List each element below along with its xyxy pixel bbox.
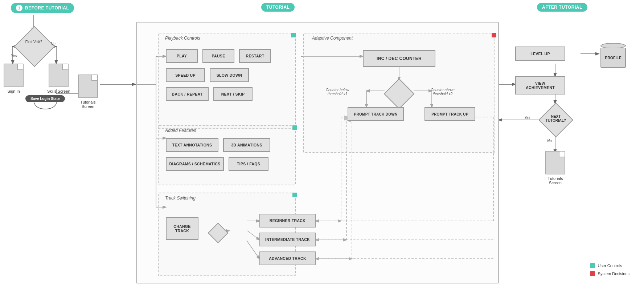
pause-btn[interactable]: PAUSE — [202, 49, 234, 63]
yes-label-after: Yes — [524, 116, 530, 120]
level-up-btn[interactable]: LEVEL UP — [515, 47, 565, 61]
adaptive-red-dot — [492, 33, 496, 37]
next-tutorial-diamond: NEXT TUTORIAL? — [540, 104, 572, 136]
legend-red-color — [590, 271, 595, 276]
prompt-track-down-btn[interactable]: PROMPT TRACK DOWN — [348, 107, 404, 121]
tutorials-screen-doc-before: Tutorials Screen — [78, 74, 98, 109]
speed-up-btn[interactable]: SPEED UP — [166, 68, 205, 82]
tutorial-label: TUTORIAL — [261, 3, 295, 12]
adaptive-diamond — [385, 79, 414, 108]
track-switching-title: Track Switching — [165, 196, 196, 201]
diagram-container: 1 BEFORE TUTORIAL First Visit? Yes No Si… — [0, 0, 644, 298]
counter-below-label: Counter below threshold x1 — [316, 88, 359, 96]
added-features-teal-dot — [292, 125, 297, 130]
profile-cylinder: PROFILE — [600, 43, 626, 70]
before-tutorial-label: 1 BEFORE TUTORIAL — [11, 3, 74, 13]
no-label-before: No — [51, 42, 56, 46]
added-features-title: Added Features — [165, 128, 196, 133]
inc-dec-counter-btn[interactable]: INC / DEC COUNTER — [363, 50, 435, 67]
legend-teal-color — [590, 263, 595, 268]
first-visit-label: First Visit? — [23, 40, 45, 44]
cylinder-body: PROFILE — [600, 48, 626, 68]
yes-label-before: Yes — [11, 54, 17, 58]
text-annotations-btn[interactable]: TEXT ANNOTATIONS — [166, 138, 218, 152]
added-features-section — [158, 125, 296, 185]
slow-down-btn[interactable]: SLOW DOWN — [210, 68, 249, 82]
sign-in-doc: Sign In — [4, 64, 24, 93]
adaptive-title: Adaptive Component — [312, 36, 353, 41]
back-repeat-btn[interactable]: BACK / REPEAT — [166, 87, 209, 101]
tutorials-screen-doc-after: Tutorials Screen — [545, 151, 565, 185]
tips-btn[interactable]: TIPS / FAQS — [229, 157, 268, 171]
skills-screen-doc: Skills Screen — [47, 64, 70, 93]
track-diamond — [209, 224, 227, 242]
track-teal-dot — [292, 193, 297, 197]
next-tutorial-label: NEXT TUTORIAL? — [545, 114, 567, 122]
view-achievement-btn[interactable]: VIEW ACHIEVEMENT — [515, 76, 565, 94]
animations-btn[interactable]: 3D ANIMATIONS — [223, 138, 270, 152]
legend-system-decisions: System Decisions — [590, 271, 629, 276]
phase-number: 1 — [16, 5, 22, 11]
after-tutorial-label: AFTER TUTORIAL — [537, 3, 587, 12]
save-login-state-btn[interactable]: Save Login State — [25, 95, 65, 102]
legend-user-controls: User Controls — [590, 263, 629, 268]
counter-above-label: Counter above threshold x2 — [419, 88, 466, 96]
first-visit-diamond: First Visit? — [20, 32, 48, 60]
play-btn[interactable]: PLAY — [166, 49, 198, 63]
legend: User Controls System Decisions — [590, 263, 629, 276]
beginner-track-btn[interactable]: BEGINNER TRACK — [259, 214, 316, 227]
diagrams-btn[interactable]: DIAGRAMS / SCHEMATICS — [166, 157, 224, 171]
playback-teal-dot — [291, 33, 296, 37]
next-skip-btn[interactable]: NEXT / SKIP — [213, 87, 253, 101]
restart-btn[interactable]: RESTART — [239, 49, 271, 63]
intermediate-track-btn[interactable]: INTERMEDIATE TRACK — [259, 233, 316, 246]
change-track-btn[interactable]: CHANGE TRACK — [166, 217, 198, 240]
advanced-track-btn[interactable]: ADVANCED TRACK — [259, 251, 316, 265]
prompt-track-up-btn[interactable]: PROMPT TRACK UP — [424, 107, 475, 121]
playback-controls-title: Playback Controls — [165, 36, 200, 41]
no-label-after: No — [547, 139, 552, 143]
